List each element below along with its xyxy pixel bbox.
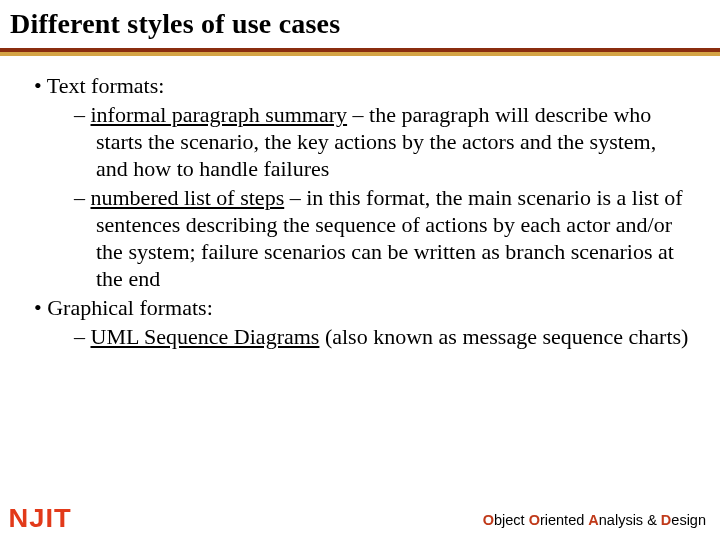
graphical-label: Graphical formats: [47,295,213,320]
footer-A: A [588,512,598,528]
uml-underline: UML Sequence Diagrams [91,324,320,349]
slide-body: Text formats: informal paragraph summary… [34,72,690,352]
footer-O2: O [529,512,540,528]
footer-object: bject [494,512,529,528]
uml-rest: (also known as message sequence charts) [319,324,688,349]
njit-logo: NJIT [8,503,71,534]
footer-tagline: Object Oriented Analysis & Design [483,512,706,528]
bullet-text-formats: Text formats: [34,72,690,99]
text-formats-label: Text formats: [47,73,165,98]
footer-D: D [661,512,671,528]
footer-design: esign [671,512,706,528]
slide-title: Different styles of use cases [10,8,340,40]
footer-oriented: riented [540,512,588,528]
njit-logo-text: NJIT [8,503,71,534]
slide: Different styles of use cases Text forma… [0,0,720,540]
footer-O1: O [483,512,494,528]
subbullet-informal: informal paragraph summary – the paragra… [34,101,690,182]
subbullet-numbered: numbered list of steps – in this format,… [34,184,690,292]
informal-underline: informal paragraph summary [91,102,348,127]
rule-gold [0,52,720,56]
numbered-underline: numbered list of steps [91,185,285,210]
footer-analysis: nalysis & [599,512,661,528]
bullet-graphical: Graphical formats: [34,294,690,321]
subbullet-uml: UML Sequence Diagrams (also known as mes… [34,323,690,350]
